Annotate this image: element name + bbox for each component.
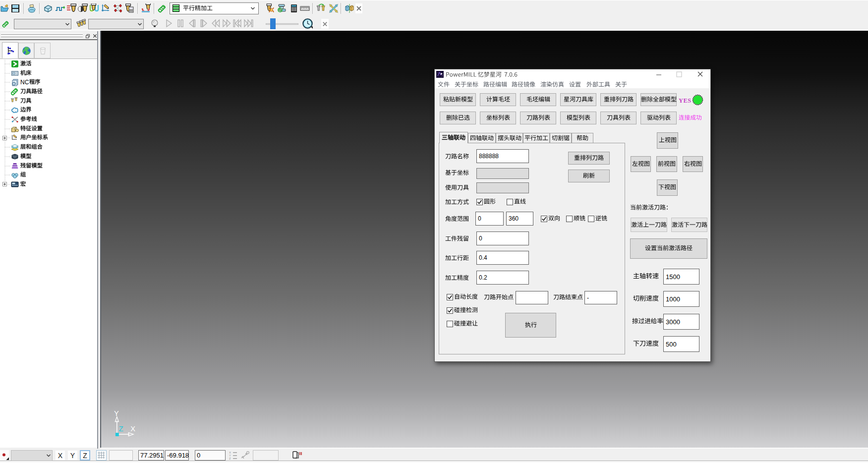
svg-text:Z: Z [229, 457, 231, 460]
svg-text:X: X [130, 425, 135, 433]
svg-text:Y: Y [114, 410, 119, 417]
svg-text:Z: Z [119, 425, 123, 433]
